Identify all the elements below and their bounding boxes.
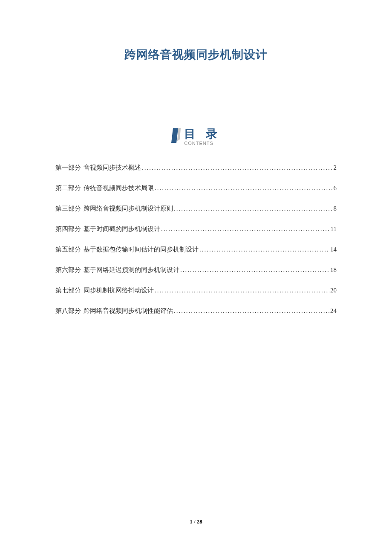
toc-page-number: 6	[334, 185, 337, 192]
toc-part-label: 第二部分	[55, 184, 81, 192]
toc-leader-dots	[199, 246, 329, 253]
toc-entry-name: 跨网络音视频同步机制设计原则	[84, 205, 173, 213]
toc-entry-name: 基于数据包传输时间估计的同步机制设计	[84, 246, 199, 254]
toc-page-number: 20	[330, 287, 337, 294]
toc-entry[interactable]: 第五部分 基于数据包传输时间估计的同步机制设计 14	[55, 246, 337, 254]
svg-marker-0	[171, 128, 178, 143]
toc-page-number: 14	[330, 246, 337, 253]
toc-leader-dots	[180, 266, 329, 274]
toc-part-label: 第一部分	[55, 164, 81, 172]
toc-entry-name: 基于网络延迟预测的同步机制设计	[84, 266, 179, 274]
toc-entry[interactable]: 第二部分 传统音视频同步技术局限 6	[55, 184, 337, 192]
toc-page-number: 2	[334, 164, 337, 171]
toc-entry[interactable]: 第四部分 基于时间戳的同步机制设计 11	[55, 225, 337, 233]
toc-header: 目 录 CONTENTS	[55, 128, 337, 146]
toc-entry-name: 传统音视频同步技术局限	[84, 184, 154, 192]
toc-leader-dots	[161, 225, 330, 233]
toc-part-label: 第六部分	[55, 266, 81, 274]
toc-leader-dots	[174, 307, 329, 315]
toc-part-label: 第三部分	[55, 205, 81, 213]
toc-entry[interactable]: 第六部分 基于网络延迟预测的同步机制设计 18	[55, 266, 337, 274]
toc-leader-dots	[174, 205, 333, 212]
toc-list: 第一部分 音视频同步技术概述 2 第二部分 传统音视频同步技术局限 6 第三部分…	[55, 164, 337, 315]
toc-heading-en: CONTENTS	[184, 141, 213, 146]
toc-entry[interactable]: 第八部分 跨网络音视频同步机制性能评估 24	[55, 307, 337, 315]
toc-heading-zh: 目 录	[184, 128, 221, 140]
footer-total-pages: 28	[197, 518, 202, 525]
toc-mark-icon	[171, 128, 181, 145]
toc-entry-name: 跨网络音视频同步机制性能评估	[84, 307, 173, 315]
toc-part-label: 第四部分	[55, 225, 81, 233]
toc-leader-dots	[155, 185, 333, 192]
toc-entry[interactable]: 第一部分 音视频同步技术概述 2	[55, 164, 337, 172]
toc-page-number: 8	[334, 205, 337, 212]
toc-leader-dots	[155, 287, 329, 294]
toc-entry-name: 基于时间戳的同步机制设计	[84, 225, 160, 233]
toc-part-label: 第七部分	[55, 286, 81, 295]
page-footer: 1 / 28	[0, 518, 392, 525]
toc-part-label: 第八部分	[55, 307, 81, 315]
document-title: 跨网络音视频同步机制设计	[55, 47, 337, 62]
toc-entry-name: 同步机制抗网络抖动设计	[84, 286, 154, 295]
toc-title-block: 目 录 CONTENTS	[184, 128, 221, 146]
toc-entry[interactable]: 第七部分 同步机制抗网络抖动设计 20	[55, 286, 337, 295]
footer-separator: /	[193, 518, 197, 525]
toc-page-number: 11	[331, 225, 337, 233]
toc-page-number: 18	[330, 266, 337, 274]
toc-entry-name: 音视频同步技术概述	[84, 164, 141, 172]
toc-part-label: 第五部分	[55, 246, 81, 254]
document-page: 跨网络音视频同步机制设计 目 录 CONTENTS 第一部分 音视频同步技术概述…	[0, 0, 392, 315]
toc-leader-dots	[142, 164, 333, 171]
toc-page-number: 24	[330, 307, 337, 315]
toc-entry[interactable]: 第三部分 跨网络音视频同步机制设计原则 8	[55, 205, 337, 213]
